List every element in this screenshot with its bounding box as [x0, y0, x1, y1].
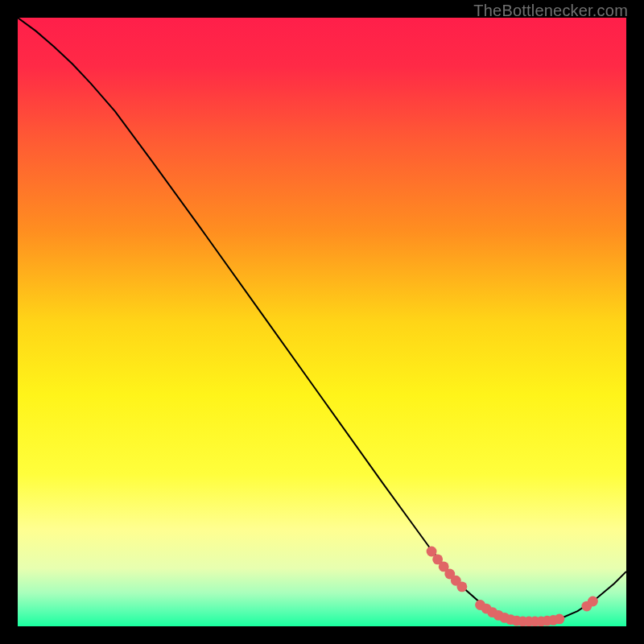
- chart-plot-area: [18, 18, 626, 626]
- highlight-dot: [554, 614, 564, 625]
- highlight-dot: [588, 597, 598, 607]
- highlight-dot: [456, 581, 467, 592]
- chart-background: [18, 18, 626, 626]
- chart-frame: TheBottlenecker.com: [0, 0, 644, 644]
- chart-svg: [18, 18, 626, 626]
